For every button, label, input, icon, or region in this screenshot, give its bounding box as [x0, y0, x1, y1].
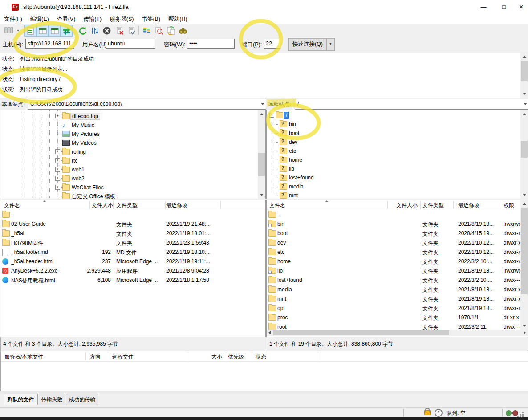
tree-item[interactable]: bin: [267, 120, 528, 129]
file-row[interactable]: boot文件夹2020/4/15 19...drwxr-x: [267, 229, 528, 238]
column-header[interactable]: 权限: [504, 202, 514, 209]
column-separator[interactable]: [188, 352, 188, 360]
queue-column-header[interactable]: 远程文件: [112, 353, 134, 361]
confirm-file-icon[interactable]: [126, 25, 138, 37]
remote-files-vscrollbar[interactable]: [520, 200, 528, 330]
column-separator[interactable]: [108, 352, 108, 360]
file-row[interactable]: _h5ai.footer.md192MD 文件2022/1/19 18:10:.…: [0, 248, 265, 257]
tree-item[interactable]: dev: [267, 138, 528, 147]
column-header[interactable]: 最近修改: [458, 202, 479, 209]
tab-failed-transfers[interactable]: 传输失败: [39, 394, 65, 405]
toggle-remote-tree-icon[interactable]: [49, 25, 61, 37]
menu-item[interactable]: 查看(V): [53, 14, 80, 24]
tree-item[interactable]: media: [267, 182, 528, 191]
refresh-icon[interactable]: [77, 25, 89, 37]
tree-item[interactable]: +web2: [0, 174, 265, 183]
file-row[interactable]: Hi3798M固件文件夹2022/1/23 1:59:43: [0, 238, 265, 248]
tree-expander-icon[interactable]: +: [55, 176, 60, 181]
file-row[interactable]: dev文件夹2022/1/10 12...drwxr-x: [267, 238, 528, 248]
tree-item[interactable]: +dl.ecoo.top: [0, 112, 265, 121]
tree-item[interactable]: My Pictures: [0, 130, 265, 139]
column-separator[interactable]: [500, 201, 500, 209]
file-row[interactable]: home文件夹2022/3/2 10:...drwxr-x: [267, 257, 528, 266]
file-row[interactable]: ..: [267, 210, 528, 220]
file-row[interactable]: _h5ai.header.html237Microsoft Edge ...20…: [0, 257, 265, 266]
tree-item[interactable]: 自定义 Office 模板: [0, 192, 265, 199]
column-separator[interactable]: [113, 201, 114, 209]
column-separator[interactable]: [387, 201, 388, 209]
file-row[interactable]: media文件夹2021/8/19 18...drwxr-x: [267, 285, 528, 294]
site-manager-icon[interactable]: [3, 25, 15, 37]
directory-compare-icon[interactable]: [141, 25, 153, 37]
menu-item[interactable]: 书签(B): [138, 14, 164, 24]
remote-site-combo[interactable]: /: [295, 99, 528, 110]
tree-item[interactable]: +web1: [0, 165, 265, 174]
menu-item[interactable]: 编辑(E): [26, 14, 53, 24]
file-row[interactable]: etc文件夹2022/1/10 12...drwxr-x: [267, 248, 528, 257]
chevron-down-icon[interactable]: [261, 103, 264, 105]
minimize-button[interactable]: —: [473, 0, 494, 14]
tree-expander-icon[interactable]: +: [55, 185, 60, 190]
file-row[interactable]: 02-User Guide文件夹2022/1/19 21:48:...: [0, 220, 265, 229]
sync-browsing-icon[interactable]: [165, 25, 177, 37]
password-input[interactable]: [187, 39, 235, 49]
tree-expander-icon[interactable]: +: [55, 158, 60, 163]
file-row[interactable]: proc文件夹1970/1/1dr-xr-x: [267, 313, 528, 322]
column-header[interactable]: 文件大小: [389, 202, 418, 209]
binoculars-icon[interactable]: [177, 25, 189, 37]
tree-item[interactable]: mnt: [267, 191, 528, 199]
queue-column-header[interactable]: 大小: [203, 353, 222, 361]
local-file-list[interactable]: 文件名文件大小文件类型最近修改..02-User Guide文件夹2022/1/…: [0, 200, 266, 337]
column-separator[interactable]: [420, 201, 421, 209]
resize-grip[interactable]: [522, 412, 524, 413]
file-row[interactable]: opt文件夹2021/8/19 18...drwxr-x: [267, 304, 528, 313]
log-scrollbar[interactable]: [520, 53, 528, 98]
port-input[interactable]: [264, 39, 280, 49]
remote-files-hscrollbar[interactable]: [267, 330, 528, 336]
filter-icon[interactable]: [89, 25, 101, 37]
file-row[interactable]: ..: [0, 210, 265, 220]
tree-item[interactable]: lost+found: [267, 173, 528, 182]
cancel-icon[interactable]: [101, 25, 113, 37]
site-manager-dropdown[interactable]: ▾: [15, 25, 21, 36]
file-row[interactable]: mnt文件夹2021/8/19 18...drwxr-x: [267, 294, 528, 304]
file-row[interactable]: bin文件夹2021/8/19 18...lrwxrwx: [267, 220, 528, 229]
column-separator[interactable]: [318, 352, 318, 360]
tree-item[interactable]: lib: [267, 164, 528, 173]
tree-item[interactable]: −/: [267, 111, 528, 120]
local-tree-pane[interactable]: +dl.ecoo.top♪My MusicMy PicturesMy Video…: [0, 110, 266, 199]
tree-expander-icon[interactable]: +: [55, 149, 60, 154]
close-button[interactable]: ✕: [511, 0, 528, 14]
column-header[interactable]: 文件类型: [116, 202, 138, 209]
remove-file-icon[interactable]: [114, 25, 126, 37]
tree-expander-icon[interactable]: +: [55, 114, 60, 118]
tree-expander-icon[interactable]: +: [55, 167, 60, 172]
find-files-icon[interactable]: [153, 25, 165, 37]
menu-item[interactable]: 帮助(H): [164, 14, 191, 24]
column-separator[interactable]: [252, 352, 252, 360]
column-separator[interactable]: [226, 352, 226, 360]
quickconnect-button[interactable]: 快速连接(Q): [288, 38, 327, 51]
tree-item[interactable]: +rolling: [0, 147, 265, 156]
file-row[interactable]: lib文件夹2021/8/19 18...lrwxrwx: [267, 266, 528, 276]
remote-file-list[interactable]: 文件名文件大小文件类型最近修改权限..bin文件夹2021/8/19 18...…: [266, 200, 528, 337]
username-input[interactable]: [106, 39, 155, 49]
host-input[interactable]: [25, 39, 74, 49]
file-row[interactable]: _h5ai文件夹2022/1/19 18:01:...: [0, 229, 265, 238]
queue-column-header[interactable]: 服务器/本地文件: [4, 353, 43, 361]
toggle-queue-icon[interactable]: [61, 25, 73, 37]
column-separator[interactable]: [89, 201, 90, 209]
toggle-log-icon[interactable]: [24, 25, 37, 37]
file-row[interactable]: ◇AnyDesk+5.2.2.exe2,929,448应用程序2021/12/8…: [0, 266, 265, 276]
menu-item[interactable]: 传输(T): [79, 14, 106, 24]
local-site-combo[interactable]: C:\Users\ecoo\Documents\dl.ecoo.top\: [28, 99, 268, 110]
column-header[interactable]: 文件类型: [422, 202, 444, 209]
tab-successful-transfers[interactable]: 成功的传输: [66, 394, 98, 405]
column-header[interactable]: 文件名: [4, 202, 20, 209]
remote-tree-scrollbar[interactable]: [520, 110, 528, 199]
toggle-local-tree-icon[interactable]: [37, 25, 49, 37]
tree-item[interactable]: My Videos: [0, 139, 265, 147]
local-tree-scrollbar[interactable]: [258, 110, 265, 199]
chevron-down-icon[interactable]: [524, 103, 527, 105]
tree-expander-icon[interactable]: −: [269, 113, 274, 118]
